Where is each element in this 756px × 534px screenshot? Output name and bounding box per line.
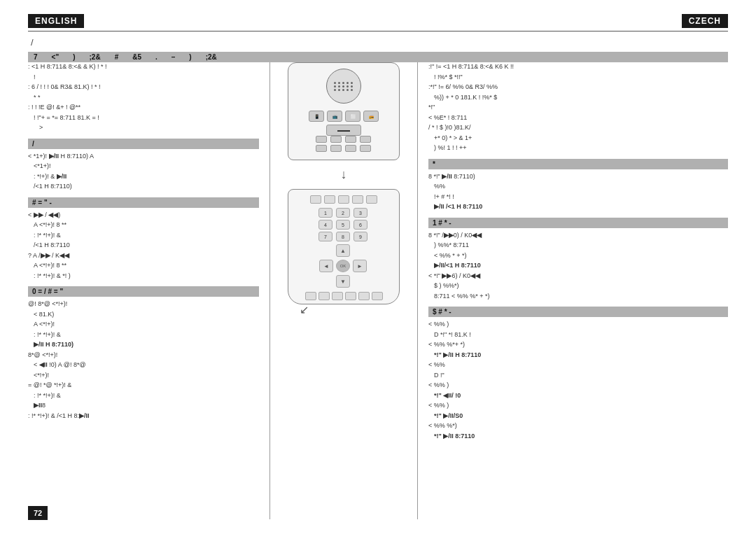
en-s4-p7: < ◀II !0) A @! 8*@	[28, 360, 259, 370]
section-col-j2g2: ;2&	[206, 53, 217, 61]
en-s4-p4: : !* *!+)! &	[28, 330, 259, 340]
dot	[351, 82, 353, 84]
rbtn-4	[360, 136, 371, 143]
rbtn-6	[330, 145, 342, 152]
rbtn-sm-5	[366, 195, 377, 204]
cz-section3-text: 8 *!" /▶▶0) / K0◀◀ ) %%* 8:711 < %% * + …	[428, 231, 728, 302]
remote-icon-2: 📺	[327, 111, 342, 122]
remote-icon-5: ▬▬▬	[326, 125, 361, 136]
cz-p3e: ) %! 1 ! ! ++	[428, 143, 728, 153]
cz-s4-p5: < %%	[428, 360, 728, 370]
vertical-divider-2	[417, 62, 418, 519]
english-column: : <1 H 8:711& 8:<& & K) ! * ! ! : 6 / ! …	[28, 62, 266, 519]
english-label: ENGLISH	[28, 14, 84, 28]
cz-p3: *!"	[428, 103, 728, 113]
main-layout: : <1 H 8:711& 8:<& & K) ! * ! ! : 6 / ! …	[28, 62, 728, 519]
en-p2b: * *	[28, 93, 259, 103]
nav-left: ◄	[319, 260, 333, 272]
cz-p2b: %)) + * 0 181.K ! !%* $	[428, 93, 728, 103]
remote-icon-4: 📻	[363, 111, 379, 122]
cz-s4-p11: < %% %*)	[428, 421, 728, 431]
rbtn-sm-4	[352, 195, 363, 204]
en-s4-p10: : !* *!+)! &	[28, 391, 259, 401]
vertical-divider	[270, 62, 270, 519]
dot	[346, 89, 349, 91]
cz-s3-p2: ) %%* 8:711	[428, 241, 728, 251]
cz-s3-p5: < *!" ▶▶6) / K0◀◀	[428, 272, 728, 281]
rbtn-sm-d	[345, 292, 356, 300]
en-p2: : 6 / ! ! ! 0& R3& 81.K) ! * !	[28, 83, 259, 92]
en-section2-text: < *1+)! ▶/II H 8:7110) A <*1+)! : *!+)! …	[28, 152, 259, 192]
en-section3-header: # = " -	[28, 197, 259, 208]
en-s2-p1: < *1+)! ▶/II H 8:7110) A	[28, 152, 259, 162]
arrow-down: ↓	[341, 167, 347, 182]
rbtn-sm-a	[305, 292, 316, 300]
nav-empty-1	[319, 244, 335, 258]
rbtn-sm-e	[358, 292, 370, 300]
rbtn-sm-f	[372, 292, 383, 300]
en-s3-p1: < ▶▶ / ◀◀)	[28, 211, 259, 220]
remote-speaker	[326, 69, 361, 104]
en-s4-p1: @! 8*@ <*!+)!	[28, 300, 259, 309]
rnum-9: 9	[354, 232, 368, 241]
en-p3: : ! ! !E @! &+ ! @**	[28, 103, 259, 113]
cz-s4-p3: < %% %*+ *)	[428, 340, 728, 350]
en-s4-p3: A <*!+)!	[28, 320, 259, 330]
dot	[334, 82, 336, 84]
nav-empty-4	[353, 275, 368, 289]
rbtn-1	[316, 136, 327, 143]
dot	[346, 85, 349, 87]
nav-down: ▼	[336, 275, 350, 288]
dot	[334, 85, 336, 87]
image-column: 📱 📺 ⬜ 📻 ▬▬▬	[274, 62, 414, 519]
dot	[351, 89, 353, 91]
en-s3-p7: : !* *!+)! & *! )	[28, 272, 259, 281]
cz-s4-p10: *!" ▶/II/S0	[428, 412, 728, 421]
cz-section2-header: *	[428, 159, 728, 169]
en-s3-p2: A <*!+)! 8 **	[28, 220, 259, 230]
cz-section3-header: 1 # * -	[428, 218, 728, 228]
cz-s3-p4: ▶/II/<1 H 8:7110	[428, 261, 728, 271]
cz-s2-p1: 8 *!" ▶/II 8:7110)	[428, 172, 728, 182]
remote-btn-grid	[316, 136, 372, 152]
nav-up: ▲	[336, 244, 350, 257]
cz-section4-text: < %% ) D *!" *! 81.K ! < %% %*+ *) *!" ▶…	[428, 320, 728, 441]
cz-s4-p8: *!" ◀II/ !0	[428, 391, 728, 401]
rnum-2: 2	[336, 208, 350, 218]
english-intro: : <1 H 8:711& 8:<& & K) ! * ! ! : 6 / ! …	[28, 62, 259, 133]
en-s4-p12: : !* *!+)! & /<1 H 8:▶/II	[28, 412, 259, 421]
czech-label: CZECH	[682, 14, 728, 28]
rbtn-sm-3	[338, 195, 349, 204]
rbtn-sm-c	[332, 292, 343, 300]
cz-p1: :!" != <1 H 8:711& 8:<& K6 K !!	[428, 62, 728, 72]
section-col-quote: <"	[52, 53, 59, 61]
remote-icon-row-1: 📱 📺 ⬜ 📻	[309, 111, 379, 122]
cz-p3b: < %E* ! 8:711	[428, 113, 728, 123]
nav-empty-3	[319, 275, 335, 289]
remote-icon-1: 📱	[309, 111, 324, 122]
remote-icon-row-2: ▬▬▬	[326, 125, 361, 136]
en-s2-p4: /<1 H 8:7110)	[28, 182, 259, 192]
en-section4-text: @! 8*@ <*!+)! < 81.K) A <*!+)! : !* *!+)…	[28, 300, 259, 421]
speaker-dots	[334, 82, 354, 91]
en-s4-p2: < 81.K)	[28, 310, 259, 320]
czech-intro: :!" != <1 H 8:711& 8:<& K6 K !! ! !%* $ …	[428, 62, 728, 153]
remote-num-grid: 1 2 3 4 5 6 7 8 9	[318, 208, 369, 241]
rbtn-8	[360, 145, 371, 152]
section-col-dash: –	[172, 53, 176, 61]
section-col-hash: #	[115, 53, 119, 61]
dot	[342, 89, 344, 91]
en-s4-p8: <*!+)!	[28, 371, 259, 381]
en-s2-p3: : *!+)! & ▶/II	[28, 172, 259, 182]
cz-s4-p4: *!" ▶/II H 8:7110	[428, 351, 728, 360]
rbtn-sm-2	[324, 195, 335, 204]
section-col-dot: .	[155, 53, 158, 61]
dot	[338, 85, 340, 87]
rbtn-sm-1	[310, 195, 321, 204]
rbtn-2	[330, 136, 342, 143]
rbtn-3	[345, 136, 356, 143]
en-p3c: >	[28, 123, 259, 133]
czech-column: :!" != <1 H 8:711& 8:<& K6 K !! ! !%* $ …	[421, 62, 728, 519]
rnum-6: 6	[354, 220, 368, 230]
en-s3-p4: /<1 H 8:7110	[28, 241, 259, 251]
